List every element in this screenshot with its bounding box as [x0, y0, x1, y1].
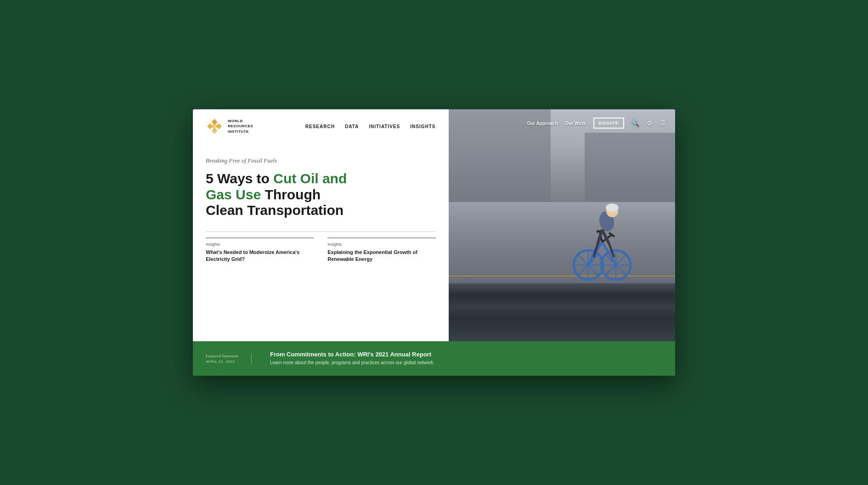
article-item-1[interactable]: Insights What's Needed to Modernize Amer… [206, 237, 314, 263]
banner-featured-label: Featured Statement [206, 354, 242, 358]
main-content: WORLD RESOURCES INSTITUTE RESEARCH DATA … [193, 109, 675, 341]
hero-subtitle: Breaking Free of Fossil Fuels [206, 157, 436, 164]
main-nav: RESEARCH DATA INITIATIVES INSIGHTS [305, 124, 436, 129]
nav-research[interactable]: RESEARCH [305, 124, 335, 129]
banner-text-section: From Commitments to Action: WRI's 2021 A… [261, 351, 662, 366]
svg-rect-4 [211, 123, 217, 129]
donate-button[interactable]: DONATE [593, 118, 624, 129]
nav-our-approach[interactable]: Our Approach [527, 121, 558, 126]
banner-description: Learn more about the people, programs an… [270, 360, 662, 366]
hero-image [449, 109, 676, 341]
banner-label-section: Featured Statement APRIL 22, 2022 [206, 354, 252, 364]
svg-point-27 [606, 203, 619, 212]
search-icon[interactable]: 🔍 [631, 119, 639, 127]
logo-area[interactable]: WORLD RESOURCES INSTITUTE [206, 118, 253, 135]
header: WORLD RESOURCES INSTITUTE RESEARCH DATA … [193, 109, 449, 143]
menu-icon[interactable]: ☰ [660, 119, 666, 127]
banner-date: APRIL 22, 2022 [206, 360, 242, 364]
cyclist-svg [570, 189, 634, 290]
nav-insights[interactable]: INSIGHTS [410, 124, 435, 129]
left-panel: WORLD RESOURCES INSTITUTE RESEARCH DATA … [193, 109, 449, 341]
right-panel: Our Approach Our Work DONATE 🔍 ⚙ ☰ [449, 109, 676, 341]
bottom-banner[interactable]: Featured Statement APRIL 22, 2022 From C… [193, 341, 675, 376]
logo-text: WORLD RESOURCES INSTITUTE [228, 118, 253, 134]
article-category-1: Insights [206, 242, 314, 247]
hero-title-part1: 5 Ways to [206, 171, 273, 186]
article-title-2: Explaining the Exponential Growth of Ren… [327, 249, 435, 263]
article-item-2[interactable]: Insights Explaining the Exponential Grow… [327, 237, 435, 263]
articles-row: Insights What's Needed to Modernize Amer… [206, 231, 436, 263]
road [449, 202, 676, 283]
nav-data[interactable]: DATA [345, 124, 359, 129]
banner-title: From Commitments to Action: WRI's 2021 A… [270, 351, 662, 358]
nav-initiatives[interactable]: INITIATIVES [369, 124, 400, 129]
hero-content: Breaking Free of Fossil Fuels 5 Ways to … [193, 143, 449, 341]
article-category-2: Insights [327, 242, 435, 247]
article-title-1: What's Needed to Modernize America's Ele… [206, 249, 314, 263]
hero-title: 5 Ways to Cut Oil andGas Use ThroughClea… [206, 171, 436, 219]
nav-our-work[interactable]: Our Work [565, 121, 586, 126]
wri-logo-icon [206, 118, 223, 135]
browser-window: WORLD RESOURCES INSTITUTE RESEARCH DATA … [193, 109, 675, 376]
road-lines [449, 276, 676, 276]
settings-icon[interactable]: ⚙ [647, 119, 653, 127]
right-panel-header: Our Approach Our Work DONATE 🔍 ⚙ ☰ [449, 109, 676, 137]
